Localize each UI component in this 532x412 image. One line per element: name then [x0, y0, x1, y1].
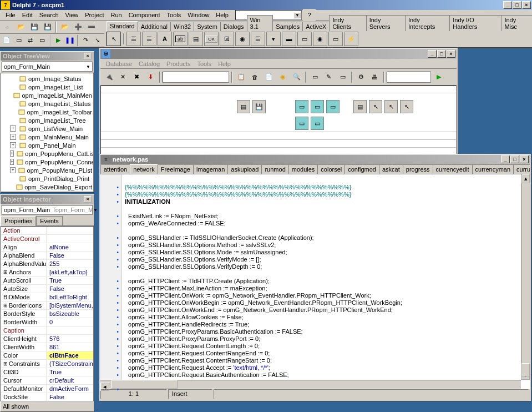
- tree-node[interactable]: +opm_Panel_Main: [2, 141, 92, 149]
- db-comp-4[interactable]: ▭: [311, 100, 324, 113]
- horizontal-scrollbar[interactable]: ◂: [100, 380, 521, 389]
- db-comp-2[interactable]: 💾: [252, 100, 266, 113]
- db-tool1[interactable]: 📋: [235, 71, 247, 83]
- tree-node[interactable]: opm_PrintDialog_Print: [2, 174, 92, 183]
- property-grid[interactable]: ActionActiveControlAlignalNoneAlphaBlend…: [1, 226, 94, 401]
- tree-node[interactable]: +opm_PopupMenu_CatLis: [2, 149, 92, 158]
- property-row[interactable]: Constraints(TSizeConstraint: [1, 360, 93, 368]
- property-row[interactable]: Action: [1, 227, 93, 235]
- menu-project[interactable]: Project: [82, 11, 107, 19]
- help-button[interactable]: ?: [303, 9, 316, 21]
- code-minimize-button[interactable]: _: [501, 155, 510, 163]
- property-row[interactable]: ClientHeight576: [1, 335, 93, 343]
- saveall-button[interactable]: 💾: [41, 21, 54, 33]
- db-config-button[interactable]: ✖: [130, 71, 143, 83]
- comp-button[interactable]: OK: [204, 32, 219, 46]
- property-row[interactable]: AutoScrollTrue: [1, 277, 93, 285]
- menu-run[interactable]: Run: [107, 11, 125, 19]
- db-comp-6[interactable]: ▤: [353, 100, 367, 113]
- comp-edit[interactable]: ab: [173, 32, 188, 46]
- db-connect-button[interactable]: 🔌: [103, 71, 115, 83]
- db-tool2[interactable]: 🗑: [249, 71, 261, 83]
- palette-tab-win-3-1[interactable]: Win 3.1: [247, 15, 273, 31]
- tree-node[interactable]: opm_ImageList_Toolbar: [2, 108, 92, 116]
- dbmenu-products[interactable]: Products: [163, 59, 194, 68]
- code-tab-colorsel[interactable]: colorsel: [317, 164, 345, 174]
- comp-listbox[interactable]: ☰: [251, 32, 265, 46]
- menu-tools[interactable]: Tools: [164, 11, 185, 19]
- palette-tab-indy-intercepts[interactable]: Indy Intercepts: [405, 15, 450, 31]
- tree-node[interactable]: +opm_PopupMenu_PList: [2, 166, 92, 174]
- treeview-close-button[interactable]: ×: [84, 53, 92, 59]
- comp-combobox[interactable]: ▾: [266, 32, 281, 46]
- db-tool3[interactable]: 📄: [262, 71, 275, 83]
- tree-node[interactable]: opm_ImageList_List: [2, 83, 92, 91]
- inspector-combo[interactable]: opm_Form_Main Topm_Form_M ▼: [2, 205, 93, 215]
- tree-node[interactable]: opm_ImageList_Tree: [2, 116, 92, 124]
- code-tab-network[interactable]: network: [130, 164, 158, 174]
- property-row[interactable]: AutoSizeFalse: [1, 285, 93, 293]
- menu-help[interactable]: Help: [212, 11, 232, 19]
- db-combo[interactable]: [163, 72, 229, 83]
- comp-radiobutton[interactable]: ◉: [235, 32, 250, 46]
- dbmenu-help[interactable]: Help: [215, 59, 234, 68]
- property-row[interactable]: DefaultMonitordmActiveForm: [1, 385, 93, 393]
- code-tab-currupd[interactable]: currupd: [513, 164, 530, 174]
- property-row[interactable]: AlphaBlendFalse: [1, 252, 93, 260]
- save-button[interactable]: 💾: [28, 21, 40, 33]
- db-comp-3[interactable]: ▭: [295, 100, 308, 113]
- run-button[interactable]: ▶: [53, 34, 64, 47]
- property-row[interactable]: ActiveControl: [1, 235, 93, 243]
- code-close-button[interactable]: ×: [520, 155, 529, 163]
- code-maximize-button[interactable]: □: [510, 155, 519, 163]
- menu-view[interactable]: View: [62, 11, 82, 19]
- property-row[interactable]: CursorcrDefault: [1, 376, 93, 385]
- palette-tab-system[interactable]: System: [194, 22, 221, 31]
- palette-tab-standard[interactable]: Standard: [107, 21, 138, 32]
- dbmenu-database[interactable]: Database: [103, 59, 135, 68]
- comp-checkbox[interactable]: ✕: [220, 32, 234, 46]
- menu-search[interactable]: Search: [36, 11, 62, 19]
- code-tab-runmod[interactable]: runmod: [261, 164, 288, 174]
- db-comp-5[interactable]: ▭: [326, 100, 340, 113]
- palette-tab-activex[interactable]: ActiveX: [302, 22, 330, 31]
- tree-node[interactable]: +opm_ListView_Main: [2, 124, 92, 133]
- db-comp-11[interactable]: ▭: [311, 117, 324, 130]
- property-row[interactable]: Ctl3DTrue: [1, 368, 93, 376]
- dbmenu-catalog[interactable]: Catalog: [135, 59, 163, 68]
- tree-node[interactable]: +opm_PopupMenu_Conne: [2, 158, 92, 166]
- code-tab-askupload[interactable]: askupload: [227, 164, 262, 174]
- db-tool9[interactable]: ⚙: [354, 71, 367, 83]
- db-tool7[interactable]: ✎: [322, 71, 335, 83]
- minimize-button[interactable]: _: [503, 1, 512, 9]
- step-over-button[interactable]: ↷: [80, 34, 91, 47]
- treeview-combo[interactable]: opm_Form_Main ▼: [2, 62, 93, 72]
- pause-button[interactable]: ❚❚: [64, 34, 75, 47]
- object-tree[interactable]: opm_Image_Statusopm_ImageList_Listopm_Im…: [1, 73, 94, 192]
- comp-radiogroup[interactable]: ◉: [313, 32, 327, 46]
- db-tool4[interactable]: ◉: [276, 71, 289, 83]
- menu-component[interactable]: Component: [125, 11, 164, 19]
- tree-node[interactable]: opm_ImageList_MainMen: [2, 91, 92, 99]
- db-tool6[interactable]: ▭: [308, 71, 321, 83]
- palette-arrow[interactable]: ↖: [107, 32, 121, 46]
- property-row[interactable]: AlphaBlendValu255: [1, 260, 93, 268]
- new-button[interactable]: ▫: [1, 21, 14, 33]
- code-tab-currencyedit[interactable]: currencyedit: [433, 164, 473, 174]
- code-tab-askcat[interactable]: askcat: [379, 164, 403, 174]
- db-close-button[interactable]: ×: [447, 50, 455, 58]
- view-unit-button[interactable]: 📄: [1, 34, 12, 47]
- db-comp-7[interactable]: ↖: [369, 100, 382, 113]
- code-tab-imageman[interactable]: imageman: [193, 164, 228, 174]
- palette-tab-indy-i-o-handlers[interactable]: Indy I/O Handlers: [449, 15, 501, 31]
- menu-window[interactable]: Window: [184, 11, 212, 19]
- palette-tab-indy-clients[interactable]: Indy Clients: [329, 15, 366, 31]
- property-row[interactable]: BiDiModebdLeftToRight: [1, 293, 93, 302]
- property-row[interactable]: Anchors[akLeft,akTop]: [1, 268, 93, 277]
- property-row[interactable]: BorderIcons[biSystemMenu,: [1, 302, 93, 310]
- db-run-button[interactable]: ▶: [432, 71, 445, 83]
- close-button[interactable]: ×: [522, 1, 531, 9]
- db-tool8[interactable]: ▭: [336, 71, 349, 83]
- property-row[interactable]: BorderStylebsSizeable: [1, 310, 93, 318]
- tab-events[interactable]: Events: [36, 216, 63, 225]
